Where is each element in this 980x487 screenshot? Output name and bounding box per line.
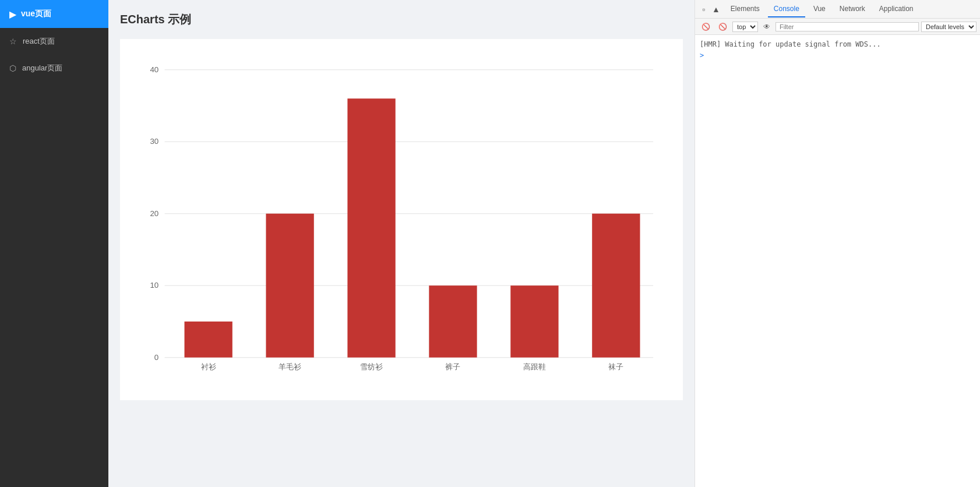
bar-heels [510, 285, 558, 357]
tab-elements[interactable]: Elements [725, 1, 766, 17]
bar-shirt [185, 322, 232, 358]
devtools-toolbar: 🚫 🚫 top 👁 Default levels [695, 19, 980, 35]
context-select[interactable]: top [732, 22, 758, 32]
angular-icon: ⬡ [9, 63, 16, 73]
console-line-hmr: [HMR] Waiting for update signal from WDS… [700, 38, 975, 50]
bar-pants [429, 285, 477, 357]
devtools-console: [HMR] Waiting for update signal from WDS… [695, 35, 980, 487]
page-title: ECharts 示例 [120, 12, 683, 27]
svg-text:20: 20 [150, 209, 158, 218]
sidebar-header[interactable]: ▶ vue页面 [0, 0, 108, 28]
vue-logo-icon: ▶ [9, 9, 16, 20]
console-clear-icon[interactable]: 🚫 [699, 22, 713, 32]
main-content: ECharts 示例 40 30 20 10 0 [108, 0, 695, 487]
chart-area: 40 30 20 10 0 衬衫 羊毛衫 雪纺衫 裤子 [132, 51, 671, 389]
svg-text:30: 30 [150, 137, 158, 146]
devtools-device-icon[interactable]: ▲ [710, 3, 722, 15]
tab-vue[interactable]: Vue [808, 1, 831, 17]
devtools-panel: ▫ ▲ Elements Console Vue Network Applica… [695, 0, 980, 487]
tab-application[interactable]: Application [873, 1, 919, 17]
tab-console[interactable]: Console [768, 1, 805, 17]
svg-text:衬衫: 衬衫 [201, 362, 216, 371]
devtools-tab-bar: ▫ ▲ Elements Console Vue Network Applica… [695, 0, 980, 19]
filter-input[interactable] [775, 22, 919, 31]
sidebar: ▶ vue页面 ☆ react页面 ⬡ angular页面 [0, 0, 108, 487]
svg-text:40: 40 [150, 65, 158, 74]
svg-text:0: 0 [154, 353, 158, 362]
react-icon: ☆ [9, 37, 17, 46]
chart-container: 40 30 20 10 0 衬衫 羊毛衫 雪纺衫 裤子 [120, 39, 683, 400]
svg-text:裤子: 裤子 [445, 362, 460, 371]
console-eye-icon[interactable]: 👁 [760, 22, 773, 32]
svg-text:高跟鞋: 高跟鞋 [523, 362, 546, 371]
bar-sweater [266, 214, 313, 358]
svg-text:袜子: 袜子 [608, 362, 623, 371]
sidebar-item-react[interactable]: ☆ react页面 [0, 28, 108, 55]
levels-select[interactable]: Default levels [921, 22, 977, 32]
devtools-inspect-icon[interactable]: ▫ [700, 3, 707, 15]
svg-text:羊毛衫: 羊毛衫 [279, 362, 301, 371]
sidebar-item-angular-label: angular页面 [22, 63, 62, 73]
sidebar-title: vue页面 [21, 9, 51, 19]
console-prompt[interactable]: > [700, 50, 975, 61]
sidebar-item-react-label: react页面 [23, 36, 55, 47]
tab-network[interactable]: Network [834, 1, 871, 17]
sidebar-item-angular[interactable]: ⬡ angular页面 [0, 55, 108, 82]
svg-text:雪纺衫: 雪纺衫 [360, 362, 383, 371]
bar-chiffon [347, 98, 395, 357]
bar-socks [592, 214, 640, 358]
console-filter-icon[interactable]: 🚫 [715, 22, 730, 32]
svg-text:10: 10 [150, 281, 158, 290]
bar-chart: 40 30 20 10 0 衬衫 羊毛衫 雪纺衫 裤子 [132, 51, 671, 389]
